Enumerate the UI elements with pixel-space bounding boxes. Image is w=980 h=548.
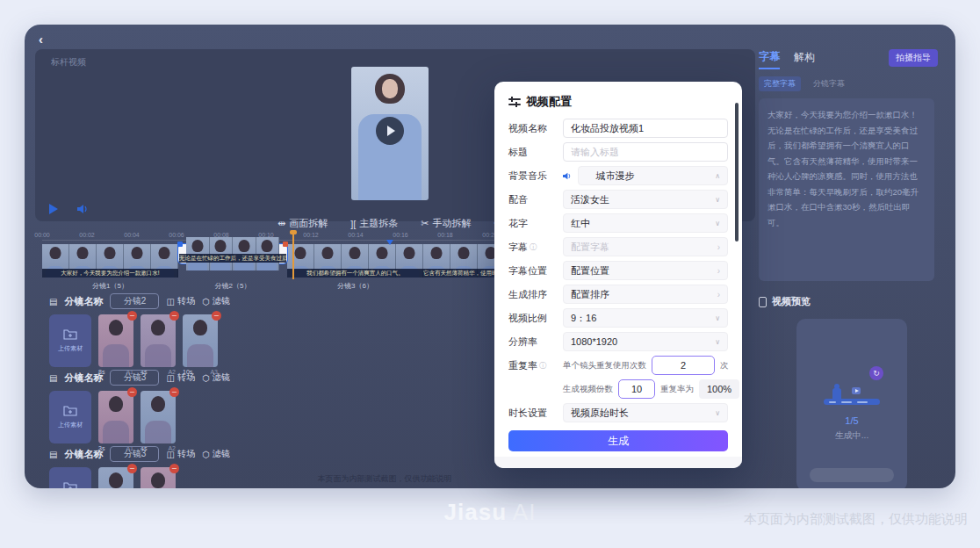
remove-clip-button[interactable]: – bbox=[169, 387, 179, 397]
button-label: 滤镜 bbox=[213, 448, 230, 460]
timeline-segment[interactable]: 它含有天然薄荷精华，使用时带… bbox=[423, 244, 505, 278]
duration-label: 时长设置 bbox=[508, 407, 563, 420]
modal-scrollbar[interactable] bbox=[735, 103, 739, 242]
repeat-times-label: 单个镜头重复使用次数 bbox=[563, 360, 646, 371]
bgm-select[interactable]: 城市漫步∧ bbox=[578, 166, 728, 185]
transition-button[interactable]: ◫转场 bbox=[166, 295, 194, 307]
copies-input[interactable] bbox=[618, 379, 655, 399]
clip-thumbnail[interactable]: –10sA3 bbox=[183, 314, 218, 375]
video-preview-card: ↻ 1/5 生成中... bbox=[796, 319, 907, 488]
ratio-select[interactable]: 9：16∨ bbox=[563, 308, 728, 328]
subtitle-mode-chip[interactable]: 完整字幕 bbox=[759, 76, 801, 91]
document-icon: ▤ bbox=[49, 450, 57, 459]
preview-progress: 1/5 bbox=[845, 415, 858, 426]
transcript-text[interactable]: 大家好，今天我要为您介绍一款漱口水！无论是在忙碌的工作后，还是享受美食过后，我们… bbox=[759, 98, 934, 281]
subtitle-position-label: 字幕位置 bbox=[508, 264, 563, 278]
back-button[interactable]: ‹ bbox=[39, 32, 43, 47]
timeline-ruler[interactable]: 00:0000:0200:0400:0600:0800:1000:1200:14… bbox=[42, 232, 534, 241]
remove-clip-button[interactable]: – bbox=[127, 464, 137, 473]
filter-button[interactable]: ⬡滤镜 bbox=[202, 295, 230, 307]
folder-plus-icon bbox=[63, 328, 77, 340]
section-title: 分镜名称 bbox=[64, 371, 103, 385]
toolbar-scissors-button[interactable]: ✂手动拆解 bbox=[421, 217, 471, 230]
clip-image bbox=[141, 391, 176, 443]
toolbar-topic-split-button[interactable]: ][主题拆条 bbox=[350, 217, 398, 230]
button-label: 转场 bbox=[177, 371, 195, 384]
segment-label: 分镜3（6） bbox=[337, 281, 373, 291]
modal-footer bbox=[494, 457, 742, 468]
shot-name-input[interactable] bbox=[110, 446, 159, 462]
tab-inactive[interactable]: 解构 bbox=[794, 50, 815, 68]
subtitle-config-row[interactable]: 配置字幕› bbox=[563, 237, 728, 256]
repeat-times-input[interactable] bbox=[652, 356, 715, 375]
timeline-tick: 00:04 bbox=[124, 232, 140, 238]
clip-image bbox=[183, 314, 218, 367]
preview-status: 生成中... bbox=[835, 429, 868, 442]
repeat-rate-label: 重复率为 bbox=[660, 384, 694, 395]
clip-image bbox=[98, 391, 133, 443]
resolution-select[interactable]: 1080*1920∨ bbox=[563, 332, 728, 351]
volume-icon[interactable] bbox=[77, 204, 90, 214]
transition-icon: ◫ bbox=[166, 373, 174, 383]
selection-start-marker[interactable] bbox=[177, 242, 183, 247]
remove-clip-button[interactable]: – bbox=[169, 311, 179, 321]
video-preview-title: 视频预览 bbox=[772, 295, 811, 308]
button-label: 转场 bbox=[177, 448, 195, 460]
video-config-modal: 视频配置 视频名称 标题 背景音乐 城市漫步∧ 配音 bbox=[494, 82, 742, 468]
play-icon bbox=[387, 126, 395, 136]
bgm-speaker-icon[interactable] bbox=[563, 171, 573, 181]
clip-thumbnail[interactable]: –4sA2 bbox=[141, 314, 176, 375]
remove-clip-button[interactable]: – bbox=[169, 464, 179, 473]
button-label: 滤镜 bbox=[213, 371, 230, 384]
remove-clip-button[interactable]: – bbox=[127, 387, 137, 397]
remove-clip-button[interactable]: – bbox=[127, 311, 137, 321]
remove-clip-button[interactable]: – bbox=[212, 311, 221, 321]
shot-name-input[interactable] bbox=[110, 293, 159, 309]
timeline-segment[interactable]: 大家好，今天我要为您介绍一款漱口水! bbox=[42, 244, 178, 278]
chevron-right-icon: › bbox=[717, 242, 720, 252]
transition-icon: ◫ bbox=[166, 297, 174, 306]
transition-button[interactable]: ◫转场 bbox=[166, 448, 194, 460]
modal-title: 视频配置 bbox=[526, 94, 572, 110]
selection-end-marker[interactable] bbox=[283, 242, 288, 247]
playhead-marker[interactable] bbox=[292, 234, 294, 279]
clip-image bbox=[98, 314, 133, 367]
right-panel: 字幕解构 拍摄指导 完整字幕分镜字幕 大家好，今天我要为您介绍一款漱口水！无论是… bbox=[759, 49, 945, 488]
subtitle-position-row[interactable]: 配置位置› bbox=[563, 261, 728, 280]
clip-thumbnail[interactable]: –4sA2 bbox=[141, 391, 176, 451]
order-config-row[interactable]: 配置排序› bbox=[563, 285, 728, 304]
upload-material-card[interactable]: 上传素材 bbox=[49, 391, 91, 443]
duration-select[interactable]: 视频原始时长∨ bbox=[563, 403, 728, 422]
play-overlay-button[interactable] bbox=[376, 117, 404, 145]
segment-caption: 大家好，今天我要为您介绍一款漱口水! bbox=[42, 269, 178, 278]
fancy-text-select[interactable]: 红中∨ bbox=[563, 213, 728, 233]
timeline-segment[interactable]: 无论是在忙碌的工作后，还是享受美食过后。 bbox=[178, 244, 287, 263]
title-input[interactable] bbox=[563, 142, 728, 162]
generate-button[interactable]: 生成 bbox=[508, 430, 728, 451]
split-point-marker[interactable] bbox=[386, 240, 393, 245]
frame-split-icon: ⇹ bbox=[277, 218, 285, 229]
preview-placeholder bbox=[810, 468, 894, 482]
subtitle-label: 字幕ⓘ bbox=[508, 241, 563, 254]
timeline-tick: 00:06 bbox=[169, 232, 184, 238]
toolbar-label: 主题拆条 bbox=[359, 217, 398, 230]
timeline-tick: 00:16 bbox=[393, 232, 408, 238]
shot-name-input[interactable] bbox=[110, 370, 159, 386]
toolbar-frame-split-button[interactable]: ⇹画面拆解 bbox=[277, 217, 328, 230]
main-video-preview[interactable] bbox=[351, 67, 429, 200]
clip-thumbnail[interactable]: –3sA1 bbox=[98, 391, 133, 451]
clip-thumbnail[interactable]: –8sA1 bbox=[98, 314, 133, 375]
timeline-segment[interactable]: 我们都希望拥有一个清爽宜人的口气。 bbox=[287, 244, 423, 278]
play-button[interactable] bbox=[49, 204, 58, 214]
document-icon: ▤ bbox=[49, 297, 57, 306]
transition-button[interactable]: ◫转场 bbox=[166, 371, 194, 384]
filter-button[interactable]: ⬡滤镜 bbox=[202, 371, 230, 384]
voice-select[interactable]: 活泼女生∨ bbox=[563, 190, 728, 209]
shooting-guide-button[interactable]: 拍摄指导 bbox=[889, 49, 938, 67]
tab-active[interactable]: 字幕 bbox=[759, 49, 780, 69]
subtitle-mode-chip[interactable]: 分镜字幕 bbox=[808, 76, 850, 91]
repeat-times-unit: 次 bbox=[720, 360, 729, 371]
upload-material-card[interactable]: 上传素材 bbox=[49, 314, 91, 367]
filter-button[interactable]: ⬡滤镜 bbox=[202, 448, 230, 460]
video-name-input[interactable] bbox=[563, 119, 728, 138]
